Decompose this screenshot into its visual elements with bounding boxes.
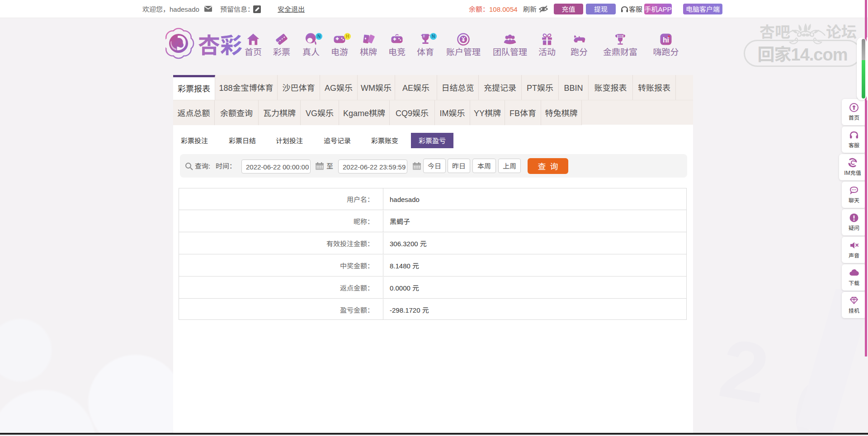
svg-text:hi: hi — [663, 36, 669, 44]
svg-text:杏彩: 杏彩 — [198, 28, 242, 60]
